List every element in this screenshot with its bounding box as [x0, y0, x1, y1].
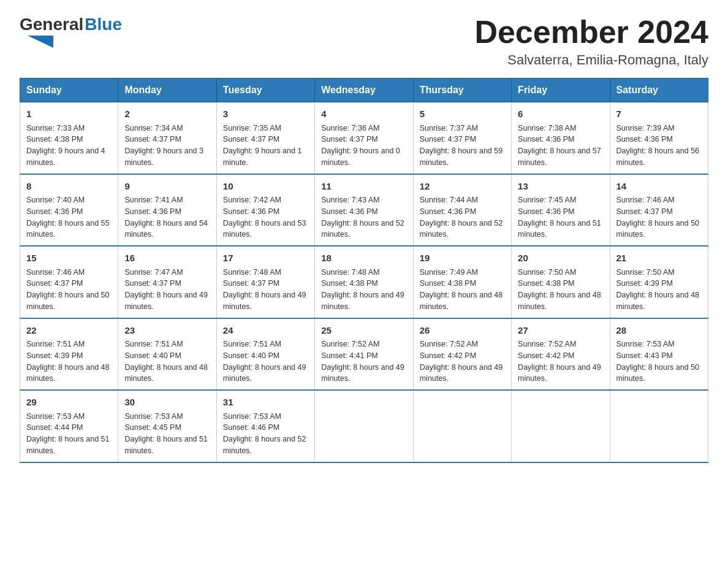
header-wednesday: Wednesday [315, 79, 413, 102]
header-saturday: Saturday [610, 79, 708, 102]
page-header: GeneralBlue December 2024 Salvaterra, Em… [20, 15, 708, 68]
calendar-cell: 7Sunrise: 7:39 AMSunset: 4:36 PMDaylight… [610, 102, 708, 174]
day-detail: Sunrise: 7:53 AMSunset: 4:44 PMDaylight:… [26, 411, 112, 457]
calendar-cell: 6Sunrise: 7:38 AMSunset: 4:36 PMDaylight… [512, 102, 610, 174]
week-row-1: 1Sunrise: 7:33 AMSunset: 4:38 PMDaylight… [20, 102, 708, 174]
calendar-cell: 25Sunrise: 7:52 AMSunset: 4:41 PMDayligh… [315, 318, 413, 391]
calendar-subtitle: Salvaterra, Emilia-Romagna, Italy [474, 52, 708, 68]
calendar-cell: 26Sunrise: 7:52 AMSunset: 4:42 PMDayligh… [413, 318, 511, 391]
calendar-cell: 3Sunrise: 7:35 AMSunset: 4:37 PMDaylight… [216, 102, 314, 174]
day-number: 11 [321, 180, 406, 194]
calendar-cell: 5Sunrise: 7:37 AMSunset: 4:37 PMDaylight… [413, 102, 511, 174]
day-detail: Sunrise: 7:51 AMSunset: 4:40 PMDaylight:… [223, 339, 308, 385]
day-detail: Sunrise: 7:51 AMSunset: 4:39 PMDaylight:… [26, 339, 112, 385]
header-friday: Friday [512, 79, 610, 102]
day-detail: Sunrise: 7:37 AMSunset: 4:37 PMDaylight:… [420, 123, 505, 169]
header-row: SundayMondayTuesdayWednesdayThursdayFrid… [20, 79, 708, 102]
day-detail: Sunrise: 7:33 AMSunset: 4:38 PMDaylight:… [26, 123, 112, 169]
calendar-cell [512, 390, 610, 462]
day-number: 8 [26, 180, 112, 194]
day-number: 24 [223, 324, 308, 338]
calendar-cell: 11Sunrise: 7:43 AMSunset: 4:36 PMDayligh… [315, 174, 413, 247]
calendar-cell: 9Sunrise: 7:41 AMSunset: 4:36 PMDaylight… [118, 174, 216, 247]
day-detail: Sunrise: 7:42 AMSunset: 4:36 PMDaylight:… [223, 194, 308, 240]
day-detail: Sunrise: 7:36 AMSunset: 4:37 PMDaylight:… [321, 123, 406, 169]
calendar-cell: 2Sunrise: 7:34 AMSunset: 4:37 PMDaylight… [118, 102, 216, 174]
calendar-cell: 14Sunrise: 7:46 AMSunset: 4:37 PMDayligh… [610, 174, 708, 247]
calendar-cell: 1Sunrise: 7:33 AMSunset: 4:38 PMDaylight… [20, 102, 118, 174]
calendar-cell: 22Sunrise: 7:51 AMSunset: 4:39 PMDayligh… [20, 318, 118, 391]
calendar-cell: 18Sunrise: 7:48 AMSunset: 4:38 PMDayligh… [315, 246, 413, 318]
calendar-cell: 27Sunrise: 7:52 AMSunset: 4:42 PMDayligh… [512, 318, 610, 391]
day-detail: Sunrise: 7:40 AMSunset: 4:36 PMDaylight:… [26, 194, 112, 240]
day-detail: Sunrise: 7:52 AMSunset: 4:42 PMDaylight:… [518, 339, 603, 385]
calendar-cell: 13Sunrise: 7:45 AMSunset: 4:36 PMDayligh… [512, 174, 610, 247]
calendar-cell: 24Sunrise: 7:51 AMSunset: 4:40 PMDayligh… [216, 318, 314, 391]
day-number: 20 [518, 251, 603, 266]
calendar-body: 1Sunrise: 7:33 AMSunset: 4:38 PMDaylight… [20, 102, 708, 462]
logo-triangle-icon [28, 36, 53, 48]
logo: GeneralBlue [20, 15, 122, 48]
day-detail: Sunrise: 7:53 AMSunset: 4:46 PMDaylight:… [223, 411, 308, 457]
day-detail: Sunrise: 7:50 AMSunset: 4:39 PMDaylight:… [616, 267, 702, 313]
week-row-4: 22Sunrise: 7:51 AMSunset: 4:39 PMDayligh… [20, 318, 708, 391]
calendar-cell [610, 390, 708, 462]
header-tuesday: Tuesday [216, 79, 314, 102]
calendar-cell: 31Sunrise: 7:53 AMSunset: 4:46 PMDayligh… [216, 390, 314, 462]
day-number: 17 [223, 251, 308, 266]
calendar-cell: 29Sunrise: 7:53 AMSunset: 4:44 PMDayligh… [20, 390, 118, 462]
calendar-cell: 28Sunrise: 7:53 AMSunset: 4:43 PMDayligh… [610, 318, 708, 391]
svg-marker-0 [28, 36, 53, 48]
day-number: 4 [321, 107, 406, 121]
calendar-cell: 8Sunrise: 7:40 AMSunset: 4:36 PMDaylight… [20, 174, 118, 247]
week-row-5: 29Sunrise: 7:53 AMSunset: 4:44 PMDayligh… [20, 390, 708, 462]
day-number: 15 [26, 251, 112, 266]
day-detail: Sunrise: 7:41 AMSunset: 4:36 PMDaylight:… [124, 194, 210, 240]
day-number: 23 [124, 324, 210, 338]
calendar-cell [315, 390, 413, 462]
header-thursday: Thursday [413, 79, 511, 102]
day-detail: Sunrise: 7:43 AMSunset: 4:36 PMDaylight:… [321, 194, 406, 240]
day-detail: Sunrise: 7:46 AMSunset: 4:37 PMDaylight:… [616, 194, 702, 240]
day-detail: Sunrise: 7:47 AMSunset: 4:37 PMDaylight:… [124, 267, 210, 313]
day-detail: Sunrise: 7:48 AMSunset: 4:37 PMDaylight:… [223, 267, 308, 313]
calendar-cell: 12Sunrise: 7:44 AMSunset: 4:36 PMDayligh… [413, 174, 511, 247]
day-detail: Sunrise: 7:35 AMSunset: 4:37 PMDaylight:… [223, 123, 308, 169]
day-detail: Sunrise: 7:51 AMSunset: 4:40 PMDaylight:… [124, 339, 210, 385]
calendar-cell [413, 390, 511, 462]
calendar-header: SundayMondayTuesdayWednesdayThursdayFrid… [20, 79, 708, 102]
day-number: 3 [223, 107, 308, 121]
calendar-cell: 16Sunrise: 7:47 AMSunset: 4:37 PMDayligh… [118, 246, 216, 318]
calendar-title: December 2024 [474, 15, 708, 50]
day-number: 29 [26, 396, 112, 410]
calendar-cell: 20Sunrise: 7:50 AMSunset: 4:38 PMDayligh… [512, 246, 610, 318]
header-sunday: Sunday [20, 79, 118, 102]
day-number: 28 [616, 324, 702, 338]
day-number: 27 [518, 324, 603, 338]
logo-blue: Blue [85, 15, 122, 34]
calendar-cell: 10Sunrise: 7:42 AMSunset: 4:36 PMDayligh… [216, 174, 314, 247]
day-number: 22 [26, 324, 112, 338]
day-number: 25 [321, 324, 406, 338]
calendar-cell: 23Sunrise: 7:51 AMSunset: 4:40 PMDayligh… [118, 318, 216, 391]
day-number: 2 [124, 107, 210, 121]
day-detail: Sunrise: 7:38 AMSunset: 4:36 PMDaylight:… [518, 123, 603, 169]
calendar-cell: 30Sunrise: 7:53 AMSunset: 4:45 PMDayligh… [118, 390, 216, 462]
week-row-2: 8Sunrise: 7:40 AMSunset: 4:36 PMDaylight… [20, 174, 708, 247]
calendar-title-block: December 2024 Salvaterra, Emilia-Romagna… [474, 15, 708, 68]
week-row-3: 15Sunrise: 7:46 AMSunset: 4:37 PMDayligh… [20, 246, 708, 318]
day-number: 31 [223, 396, 308, 410]
day-number: 14 [616, 180, 702, 194]
day-detail: Sunrise: 7:49 AMSunset: 4:38 PMDaylight:… [420, 267, 505, 313]
day-number: 18 [321, 251, 406, 266]
day-detail: Sunrise: 7:52 AMSunset: 4:41 PMDaylight:… [321, 339, 406, 385]
header-monday: Monday [118, 79, 216, 102]
day-number: 1 [26, 107, 112, 121]
day-detail: Sunrise: 7:52 AMSunset: 4:42 PMDaylight:… [420, 339, 505, 385]
logo-general: General [20, 15, 83, 34]
day-number: 21 [616, 251, 702, 266]
day-number: 26 [420, 324, 505, 338]
day-detail: Sunrise: 7:39 AMSunset: 4:36 PMDaylight:… [616, 123, 702, 169]
calendar-cell: 15Sunrise: 7:46 AMSunset: 4:37 PMDayligh… [20, 246, 118, 318]
day-detail: Sunrise: 7:34 AMSunset: 4:37 PMDaylight:… [124, 123, 210, 169]
